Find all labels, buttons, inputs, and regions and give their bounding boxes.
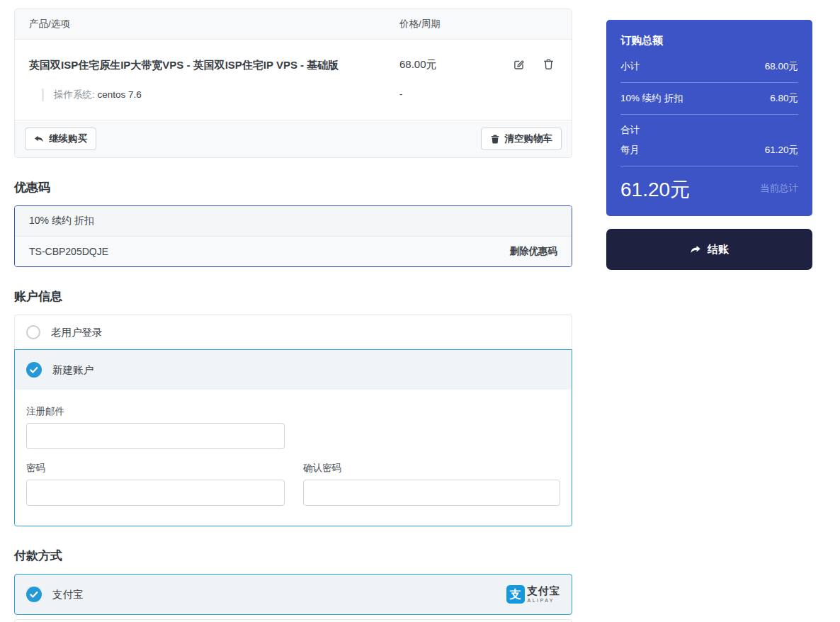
account-section-title: 账户信息 (14, 290, 572, 304)
continue-shopping-button[interactable]: 继续购买 (25, 128, 96, 150)
delete-item-button[interactable] (543, 58, 555, 70)
alipay-subtext: ALIPAY (528, 598, 561, 603)
option-price: - (399, 89, 403, 101)
discount-value: 6.80元 (770, 93, 798, 104)
summary-divider (620, 166, 798, 166)
account-panel: 老用户登录 新建账户 注册邮件 (14, 315, 572, 526)
option-text: 操作系统: centos 7.6 (54, 89, 399, 101)
coupon-section-title: 优惠码 (14, 181, 572, 195)
payment-option-alipay[interactable]: 支付宝 支 支付宝 ALIPAY (14, 574, 572, 615)
main-column: 产品/选项 价格/周期 英国双ISP住宅原生IP大带宽VPS - 英国双ISP住… (14, 9, 572, 622)
option-new-account-block: 新建账户 注册邮件 密码 确认密码 (14, 349, 572, 526)
summary-title: 订购总额 (620, 34, 798, 47)
password-input[interactable] (26, 480, 285, 506)
total-label-row: 合计 (620, 125, 798, 136)
option-existing-user[interactable]: 老用户登录 (14, 315, 572, 349)
check-circle-icon[interactable] (26, 587, 42, 602)
remove-coupon-link[interactable]: 删除优惠码 (510, 245, 558, 258)
cycle-row: 每月 61.20元 (620, 145, 798, 156)
check-circle-icon[interactable] (26, 362, 42, 378)
cart-item: 英国双ISP住宅原生IP大带宽VPS - 英国双ISP住宅IP VPS - 基础… (15, 40, 572, 120)
alipay-logo: 支 支付宝 ALIPAY (506, 585, 561, 604)
coupon-code: TS-CBP205DQJE (29, 246, 108, 257)
subtotal-value: 68.00元 (765, 61, 798, 72)
subtotal-row: 小计 68.00元 (620, 61, 798, 72)
empty-cart-button[interactable]: 清空购物车 (481, 128, 562, 150)
new-account-label: 新建账户 (52, 363, 93, 377)
subtotal-label: 小计 (620, 61, 640, 72)
payment-method-label: 支付宝 (52, 588, 84, 601)
coupon-description: 10% 续约 折扣 (15, 206, 572, 237)
grand-total-row: 61.20元 当前总计 (620, 178, 798, 202)
discount-label: 10% 续约 折扣 (620, 93, 683, 104)
trash-icon (543, 58, 555, 70)
price-column-label: 价格/周期 (399, 18, 557, 30)
new-account-form: 注册邮件 密码 确认密码 (15, 390, 572, 526)
order-summary-sidebar: 订购总额 小计 68.00元 10% 续约 折扣 6.80元 合计 每月 61.… (606, 20, 812, 270)
radio-circle-icon[interactable] (26, 325, 40, 339)
checkout-label: 结账 (708, 243, 729, 256)
product-title: 英国双ISP住宅原生IP大带宽VPS - 英国双ISP住宅IP VPS - 基础… (29, 58, 399, 72)
cycle-value: 61.20元 (765, 145, 798, 156)
email-input[interactable] (26, 423, 285, 449)
item-option-row: 操作系统: centos 7.6 - (42, 89, 557, 101)
empty-cart-label: 清空购物车 (505, 132, 553, 145)
product-price: 68.00元 (399, 58, 437, 72)
email-field-label: 注册邮件 (26, 405, 285, 417)
product-column-label: 产品/选项 (29, 18, 399, 30)
coupon-box: 10% 续约 折扣 TS-CBP205DQJE 删除优惠码 (14, 205, 572, 267)
continue-shopping-label: 继续购买 (49, 132, 87, 145)
edit-item-button[interactable] (513, 58, 525, 70)
confirm-password-field-label: 确认密码 (303, 462, 560, 474)
summary-divider (620, 114, 798, 115)
alipay-wordmark: 支付宝 ALIPAY (528, 586, 561, 603)
alipay-name: 支付宝 (528, 586, 561, 596)
item-actions (513, 58, 557, 70)
cart-table-header: 产品/选项 价格/周期 (15, 9, 572, 40)
discount-row: 10% 续约 折扣 6.80元 (620, 93, 798, 104)
confirm-password-input[interactable] (303, 480, 560, 506)
coupon-code-row: TS-CBP205DQJE 删除优惠码 (15, 237, 572, 266)
reply-arrow-icon (34, 134, 44, 144)
order-summary-card: 订购总额 小计 68.00元 10% 续约 折扣 6.80元 合计 每月 61.… (606, 20, 812, 216)
checkout-button[interactable]: 结账 (606, 229, 812, 270)
password-field-label: 密码 (26, 462, 285, 474)
cart-item-row: 英国双ISP住宅原生IP大带宽VPS - 英国双ISP住宅IP VPS - 基础… (29, 58, 557, 72)
cart-footer: 继续购买 清空购物车 (15, 120, 572, 157)
summary-divider (620, 82, 798, 83)
total-label: 合计 (620, 125, 640, 136)
edit-icon (513, 58, 525, 70)
existing-user-label: 老用户登录 (51, 326, 103, 339)
alipay-mark-icon: 支 (506, 585, 525, 604)
cart-card: 产品/选项 价格/周期 英国双ISP住宅原生IP大带宽VPS - 英国双ISP住… (14, 9, 572, 158)
option-label: 操作系统: (54, 89, 95, 100)
next-payment-option-stub (14, 619, 572, 622)
cycle-label: 每月 (620, 145, 640, 156)
grand-total-caption: 当前总计 (760, 182, 798, 195)
payment-section-title: 付款方式 (14, 549, 572, 563)
option-new-account[interactable]: 新建账户 (15, 350, 572, 390)
checkout-page: 产品/选项 价格/周期 英国双ISP住宅原生IP大带宽VPS - 英国双ISP住… (0, 0, 840, 622)
forward-arrow-icon (690, 244, 701, 255)
grand-total: 61.20元 (620, 178, 690, 202)
option-value: centos 7.6 (98, 89, 142, 100)
trash-filled-icon (490, 134, 500, 144)
